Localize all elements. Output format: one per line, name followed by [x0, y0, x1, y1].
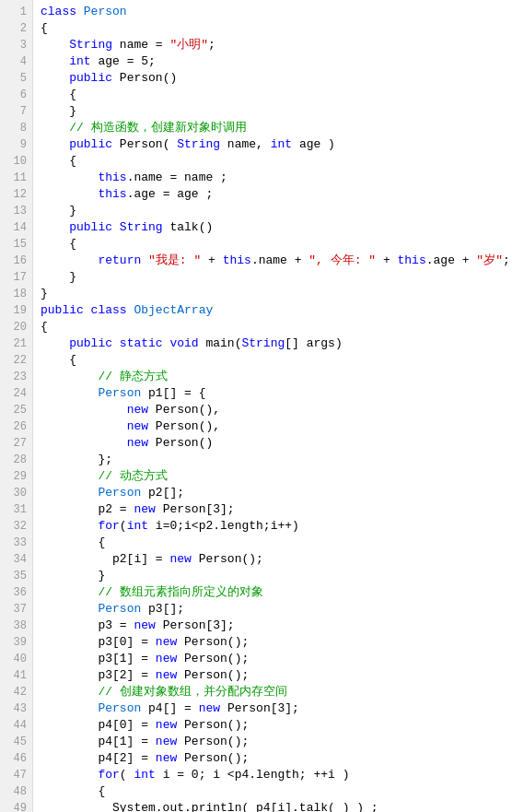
- code-token-plain: Person();: [184, 668, 249, 682]
- code-line: // 数组元素指向所定义的对象: [41, 584, 505, 601]
- code-token-plain: .age = age ;: [127, 187, 214, 201]
- code-line: {: [41, 236, 505, 253]
- code-token-plain: .name = name ;: [127, 171, 227, 184]
- code-token-kw: new: [127, 403, 156, 417]
- code-token-plain: [41, 386, 98, 400]
- code-token-plain: Person();: [184, 718, 249, 732]
- code-token-cmt: // 数组元素指向所定义的对象: [98, 585, 262, 599]
- code-token-plain: ;: [503, 253, 510, 267]
- code-token-plain: p4[2] =: [41, 751, 156, 765]
- code-token-plain: Person(): [120, 71, 177, 85]
- code-token-kw: new: [156, 635, 184, 649]
- code-token-plain: .age +: [426, 253, 477, 267]
- code-token-plain: (: [120, 519, 127, 533]
- code-line: public Person(): [41, 70, 505, 87]
- code-line: {: [41, 319, 505, 335]
- code-token-plain: p2[i] =: [41, 552, 169, 566]
- code-line: class Person: [41, 4, 505, 20]
- line-number: 19: [6, 302, 27, 319]
- code-token-plain: .name +: [251, 253, 308, 267]
- line-number: 25: [6, 402, 27, 418]
- line-number: 11: [6, 170, 27, 186]
- code-line: {: [41, 20, 505, 37]
- code-token-plain: p1[] = {: [141, 386, 205, 400]
- line-number: 3: [6, 37, 27, 53]
- line-number: 16: [6, 253, 27, 269]
- code-token-plain: age ): [292, 137, 335, 151]
- line-number: 31: [6, 501, 27, 518]
- line-number: 44: [6, 717, 27, 734]
- code-line: new Person(),: [41, 418, 505, 435]
- line-number: 42: [6, 684, 27, 700]
- code-line: this.age = age ;: [41, 186, 505, 203]
- code-token-plain: {: [41, 154, 76, 168]
- code-line: // 创建对象数组，并分配内存空间: [41, 684, 505, 700]
- code-line: {: [41, 352, 505, 369]
- line-number: 7: [6, 103, 27, 120]
- line-number: 43: [6, 700, 27, 717]
- code-line: p2 = new Person[3];: [41, 501, 505, 518]
- code-line: // 动态方式: [41, 468, 505, 485]
- code-token-cn: Person: [98, 486, 141, 500]
- code-content: class Person{ String name = "小明"; int ag…: [33, 0, 512, 812]
- code-token-type: String: [69, 38, 112, 52]
- line-number: 21: [6, 335, 27, 352]
- line-number: 13: [6, 203, 27, 219]
- code-line: new Person(),: [41, 402, 505, 418]
- code-token-kw: public: [69, 220, 120, 234]
- code-token-kw: for: [98, 519, 119, 533]
- code-token-cn: Person: [98, 386, 141, 400]
- code-token-cn: Person: [98, 602, 141, 616]
- line-number: 27: [6, 435, 27, 452]
- code-token-plain: [41, 436, 127, 450]
- code-line: this.name = name ;: [41, 170, 505, 186]
- code-token-kw: new: [199, 701, 227, 715]
- code-token-kw: new: [156, 751, 184, 765]
- code-line: }: [41, 286, 505, 302]
- line-number: 10: [6, 153, 27, 170]
- code-token-plain: Person[3];: [163, 502, 235, 516]
- line-number: 39: [6, 634, 27, 651]
- code-token-plain: [41, 602, 98, 616]
- code-token-plain: {: [41, 535, 105, 549]
- code-token-kw: static: [120, 336, 170, 350]
- code-token-plain: p3[0] =: [41, 635, 156, 649]
- line-number: 34: [6, 551, 27, 568]
- code-line: // 静态方式: [41, 369, 505, 385]
- code-token-kw: void: [169, 336, 205, 350]
- code-token-type: int: [134, 768, 155, 782]
- code-token-plain: +: [376, 253, 397, 267]
- line-number: 40: [6, 651, 27, 667]
- code-token-str: ", 今年: ": [308, 253, 376, 267]
- code-line: p3[2] = new Person();: [41, 667, 505, 684]
- code-token-plain: [41, 137, 69, 151]
- code-token-plain: main(: [205, 336, 241, 350]
- code-token-plain: [41, 370, 98, 383]
- code-token-type: String: [120, 220, 163, 234]
- code-token-plain: [41, 336, 69, 350]
- code-token-plain: p2 =: [41, 502, 134, 516]
- code-token-cn: Person: [84, 5, 127, 18]
- code-token-kw: public: [41, 303, 91, 317]
- code-token-plain: Person();: [184, 751, 249, 765]
- code-token-plain: {: [41, 353, 76, 367]
- code-token-cmt: // 创建对象数组，并分配内存空间: [98, 685, 286, 699]
- code-token-str: "小明": [169, 38, 208, 52]
- code-token-plain: {: [41, 320, 48, 334]
- code-line: public String talk(): [41, 219, 505, 236]
- code-token-plain: {: [41, 21, 48, 35]
- code-token-plain: [41, 701, 98, 715]
- code-token-plain: Person();: [184, 652, 249, 665]
- code-token-plain: age = 5;: [91, 54, 156, 68]
- code-line: p4[1] = new Person();: [41, 734, 505, 750]
- code-token-plain: [41, 469, 98, 483]
- line-number: 12: [6, 186, 27, 203]
- code-token-plain: p3[2] =: [41, 668, 156, 682]
- code-token-plain: System.out.println( p4[i].talk( ) ) ;: [41, 801, 378, 812]
- line-number: 18: [6, 286, 27, 302]
- code-token-kw: return: [98, 253, 148, 267]
- line-number: 29: [6, 468, 27, 485]
- line-number: 30: [6, 485, 27, 501]
- line-number: 24: [6, 385, 27, 402]
- code-line: Person p1[] = {: [41, 385, 505, 402]
